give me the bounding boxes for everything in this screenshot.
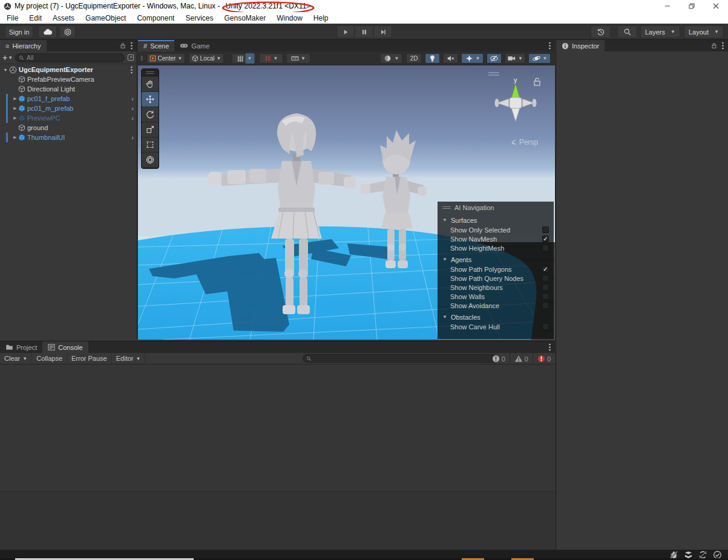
nav-option-show-path-polygons[interactable]: Show Path Polygons✓ [438, 265, 554, 274]
error-pause-button[interactable]: Error Pause [67, 353, 112, 364]
expand-arrow-icon[interactable]: ▶ [12, 106, 18, 111]
clear-button[interactable]: Clear▼ [0, 353, 32, 364]
tab-scene[interactable]: # Scene [138, 40, 174, 51]
chevron-down-icon[interactable]: ▼ [246, 53, 254, 64]
checkbox[interactable] [542, 245, 549, 251]
hierarchy-item-ground[interactable]: ground [0, 123, 137, 133]
tool-handle-rotation-dropdown[interactable]: Local▼ [189, 53, 224, 64]
step-button[interactable] [374, 25, 392, 38]
hierarchy-search-input[interactable]: All [15, 53, 125, 62]
tab-project[interactable]: Project [0, 341, 42, 353]
menu-assets[interactable]: Assets [47, 12, 80, 24]
audio-button[interactable] [443, 53, 458, 64]
camera-button[interactable]: ▼ [505, 53, 525, 64]
hand-tool-button[interactable] [142, 77, 159, 91]
editor-dropdown[interactable]: Editor▼ [112, 353, 146, 364]
menu-services[interactable]: Services [180, 12, 218, 24]
close-button[interactable] [704, 0, 728, 12]
render-mode-button[interactable]: ▼ [380, 53, 402, 64]
nav-option-show-walls[interactable]: Show Walls [438, 292, 554, 301]
grid-visibility-toggle[interactable]: ▼ [232, 53, 256, 64]
search-button[interactable] [617, 25, 637, 38]
error-count-toggle[interactable]: 0 [533, 353, 555, 364]
checkbox[interactable] [542, 302, 549, 309]
orientation-gizmo[interactable]: y [488, 71, 543, 132]
tab-inspector[interactable]: Inspector [556, 40, 605, 51]
overlay-drag-handle[interactable] [142, 69, 159, 76]
grid-snapping-toggle[interactable]: ▼ [259, 53, 283, 64]
nav-option-show-path-query-nodes[interactable]: Show Path Query Nodes [438, 274, 554, 283]
move-tool-button[interactable] [142, 92, 159, 107]
nav-option-show-carve-hull[interactable]: Show Carve Hull [438, 322, 554, 331]
undo-history-button[interactable] [591, 25, 611, 38]
tab-console[interactable]: Console [42, 341, 88, 353]
tool-handle-pivot-dropdown[interactable]: Center▼ [146, 53, 185, 64]
scale-tool-button[interactable] [142, 122, 159, 137]
console-log-list[interactable] [0, 364, 555, 492]
services-button[interactable] [59, 25, 76, 38]
scene-header-row[interactable]: ▼ UgcEquipmentExporter [0, 65, 137, 74]
nav-option-show-neighbours[interactable]: Show Neighbours [438, 283, 554, 292]
menu-window[interactable]: Window [271, 12, 308, 24]
effects-button[interactable]: ▼ [461, 53, 484, 64]
console-search-input[interactable] [303, 354, 496, 363]
checkbox[interactable] [542, 275, 549, 282]
menu-help[interactable]: Help [308, 12, 334, 24]
hierarchy-item-previewpc[interactable]: ▶PreviewPC› [0, 113, 137, 123]
prefab-open-arrow[interactable]: › [131, 95, 134, 102]
menu-edit[interactable]: Edit [24, 12, 47, 24]
expand-arrow-icon[interactable]: ▶ [12, 96, 18, 101]
lighting-button[interactable] [425, 53, 440, 64]
checkbox[interactable]: ✓ [542, 266, 549, 272]
create-add-button[interactable]: +▼ [2, 53, 13, 62]
nav-section-surfaces[interactable]: ▼Surfaces [438, 215, 554, 225]
rotate-tool-button[interactable] [142, 107, 159, 122]
expand-arrow-icon[interactable]: ▶ [12, 116, 18, 120]
rect-tool-button[interactable] [142, 137, 159, 152]
cloud-button[interactable] [38, 25, 57, 38]
lock-icon[interactable] [711, 42, 717, 49]
kebab-menu-icon[interactable] [131, 42, 133, 50]
expand-arrow-icon[interactable]: ▶ [12, 135, 18, 140]
nav-option-show-avoidance[interactable]: Show Avoidance [438, 301, 554, 310]
nav-section-obstacles[interactable]: ▼Obstacles [438, 312, 554, 322]
foldout-arrow-icon[interactable]: ▼ [2, 68, 8, 72]
checkbox[interactable]: ✓ [542, 236, 549, 242]
overlay-drag-handle[interactable] [442, 206, 451, 209]
checkbox[interactable] [542, 293, 549, 300]
warning-count-toggle[interactable]: 0 [510, 353, 533, 364]
lock-icon[interactable] [120, 42, 126, 49]
collapse-button[interactable]: Collapse [32, 353, 67, 364]
checkbox[interactable] [542, 226, 549, 233]
minimize-button[interactable] [655, 0, 680, 12]
scene-visibility-button[interactable] [487, 53, 502, 64]
menu-file[interactable]: File [1, 12, 24, 24]
kebab-menu-icon[interactable] [549, 343, 551, 351]
layers-dropdown[interactable]: Layers▼ [640, 25, 680, 38]
gizmos-button[interactable]: ▼ [528, 53, 551, 64]
nav-option-show-navmesh[interactable]: Show NavMesh✓ [438, 234, 554, 243]
hierarchy-item-thumbnailui[interactable]: ▶ThumbnailUI› [0, 133, 137, 142]
nav-option-show-only-selected[interactable]: Show Only Selected [438, 225, 554, 234]
prefab-open-arrow[interactable]: › [131, 134, 134, 141]
play-button[interactable] [336, 25, 355, 38]
tab-hierarchy[interactable]: ≡ Hierarchy [0, 40, 47, 51]
scene-picker-icon[interactable] [127, 54, 134, 61]
prefab-open-arrow[interactable]: › [131, 114, 134, 122]
sign-in-button[interactable]: Sign in [5, 25, 33, 38]
menu-gameobject[interactable]: GameObject [80, 12, 131, 24]
kebab-menu-icon[interactable] [549, 42, 551, 50]
menu-gensomaker[interactable]: GensoMaker [218, 12, 271, 24]
transform-tool-button[interactable] [142, 153, 159, 167]
checkbox[interactable] [542, 284, 549, 291]
prefab-open-arrow[interactable]: › [131, 105, 134, 112]
nav-section-agents[interactable]: ▼Agents [438, 254, 554, 265]
hierarchy-item-prefabpreviewcamera[interactable]: PrefabPreviewCamera [0, 74, 137, 84]
menu-component[interactable]: Component [131, 12, 180, 24]
nav-option-show-heightmesh[interactable]: Show HeightMesh [438, 243, 554, 252]
kebab-menu-icon[interactable] [722, 42, 724, 50]
checkbox[interactable] [542, 323, 549, 330]
pause-button[interactable] [355, 25, 373, 38]
hierarchy-item-pc01_m_prefab[interactable]: ▶pc01_m_prefab› [0, 104, 137, 113]
layout-dropdown[interactable]: Layout▼ [684, 25, 724, 38]
